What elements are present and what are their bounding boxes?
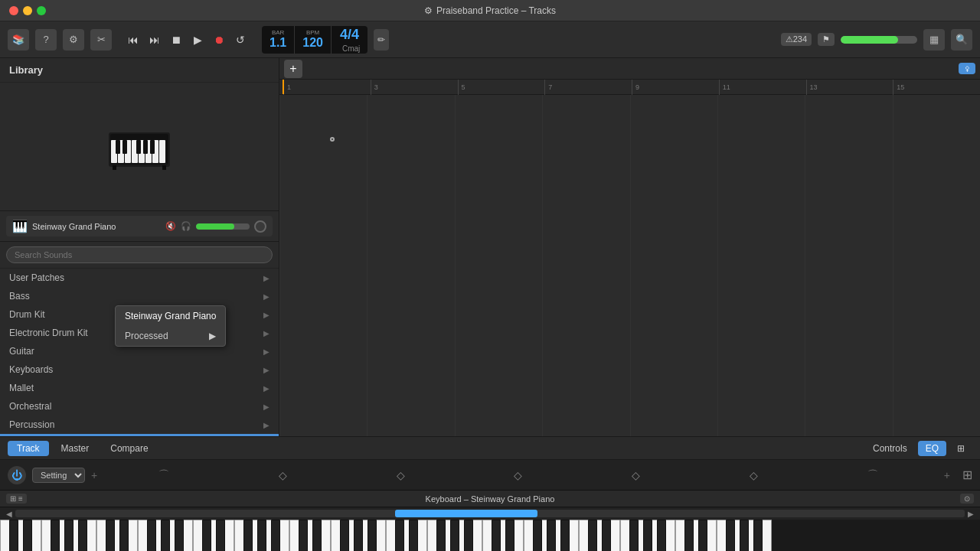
keyboard-nav-right[interactable]: ▶ <box>968 510 974 518</box>
black-key-D#5[interactable] <box>505 520 514 551</box>
library-item-bass[interactable]: Bass▶ <box>0 287 279 305</box>
black-key-F#5[interactable] <box>533 520 542 551</box>
black-key-G#3[interactable] <box>354 520 363 551</box>
black-key-D#4[interactable] <box>409 520 418 551</box>
black-key-D#6[interactable] <box>602 520 611 551</box>
help-icon[interactable]: ? <box>35 29 57 51</box>
black-key-A#7[interactable] <box>753 520 763 551</box>
keyboard-range-bar[interactable] <box>15 510 965 517</box>
search-icon[interactable]: 🔍 <box>951 29 972 51</box>
headphones-icon[interactable]: 🎧 <box>181 221 191 231</box>
search-input[interactable] <box>6 246 273 263</box>
eq-add-icon-left[interactable]: + <box>91 469 97 481</box>
tab-master[interactable]: Master <box>52 441 99 456</box>
eq-node-2[interactable]: ◇ <box>397 469 405 481</box>
library-item-percussion[interactable]: Percussion▶ <box>0 416 279 434</box>
black-key-D#3[interactable] <box>312 520 322 551</box>
keyboard-nav-left[interactable]: ◀ <box>6 510 12 518</box>
add-track-button[interactable]: + <box>284 60 302 78</box>
submenu-item-processed[interactable]: Processed ▶ <box>116 326 225 346</box>
library-item-orchestral[interactable]: Orchestral▶ <box>0 397 279 416</box>
eq-node-hc[interactable]: ⌒ <box>867 468 878 482</box>
pencil-icon[interactable]: ✏ <box>374 29 389 51</box>
play-button[interactable]: ▶ <box>188 31 207 49</box>
settings-icon[interactable]: ⚙ <box>63 29 84 51</box>
black-key-G#2[interactable] <box>257 520 266 551</box>
eq-node-4[interactable]: ◇ <box>632 469 640 481</box>
black-key-F#0[interactable] <box>51 520 60 551</box>
flag-badge[interactable]: ⚑ <box>818 33 835 46</box>
display-icon[interactable]: ▦ <box>923 29 945 51</box>
mute-icon[interactable]: 🔇 <box>165 221 176 231</box>
library-item-keyboards[interactable]: Keyboards▶ <box>0 360 279 379</box>
list-view-icon[interactable]: ≡ <box>18 494 23 503</box>
smart-controls-btn[interactable]: ⧬ <box>959 63 975 74</box>
black-key-G#5[interactable] <box>547 520 556 551</box>
eq-power-button[interactable]: ⏻ <box>8 466 26 484</box>
eq-node-3[interactable]: ◇ <box>514 469 522 481</box>
tab-expand-button[interactable]: ⊞ <box>949 441 972 456</box>
eq-expand-icon[interactable]: ⊞ <box>962 468 972 482</box>
library-item-piano[interactable]: Piano▶ <box>0 434 279 436</box>
black-key-C#0[interactable] <box>9 520 18 551</box>
black-key-D#1[interactable] <box>119 520 129 551</box>
track-pan-knob[interactable] <box>254 220 266 233</box>
black-key-C#1[interactable] <box>106 520 115 551</box>
minimize-button[interactable] <box>23 6 32 15</box>
black-key-F#2[interactable] <box>243 520 253 551</box>
eq-node-lc[interactable]: ⌒ <box>158 468 169 482</box>
track-volume-bar[interactable] <box>196 223 250 230</box>
keyboard-close[interactable]: ⊙ <box>960 494 974 504</box>
stop-button[interactable]: ⏹ <box>167 31 185 49</box>
black-key-A#2[interactable] <box>271 520 280 551</box>
black-key-F#7[interactable] <box>726 520 735 551</box>
black-key-F#4[interactable] <box>436 520 446 551</box>
close-button[interactable] <box>9 6 18 15</box>
black-key-D#7[interactable] <box>698 520 707 551</box>
cycle-button[interactable]: ↺ <box>231 31 250 49</box>
volume-slider[interactable] <box>841 36 917 44</box>
track-item[interactable]: 🎹 Steinway Grand Piano 🔇 🎧 <box>6 216 273 236</box>
eq-setting-select[interactable]: Setting <box>32 468 85 483</box>
black-key-C#6[interactable] <box>588 520 597 551</box>
forward-button[interactable]: ⏭ <box>145 31 164 49</box>
library-item-mallet[interactable]: Mallet▶ <box>0 379 279 397</box>
black-key-A#5[interactable] <box>560 520 570 551</box>
black-key-C#5[interactable] <box>492 520 501 551</box>
arrange-content[interactable] <box>279 95 980 436</box>
black-key-C#3[interactable] <box>299 520 308 551</box>
black-key-A#3[interactable] <box>368 520 377 551</box>
black-key-G#6[interactable] <box>643 520 652 551</box>
black-key-G#1[interactable] <box>161 520 170 551</box>
black-key-A#1[interactable] <box>175 520 184 551</box>
warning-badge[interactable]: ⚠234 <box>781 33 812 46</box>
library-icon[interactable]: 📚 <box>8 29 29 51</box>
black-key-A#0[interactable] <box>78 520 87 551</box>
black-key-F#3[interactable] <box>340 520 349 551</box>
black-key-G#4[interactable] <box>450 520 459 551</box>
tab-right-eq[interactable]: EQ <box>918 441 946 456</box>
black-key-C#7[interactable] <box>684 520 694 551</box>
black-key-D#0[interactable] <box>23 520 32 551</box>
black-key-F#6[interactable] <box>629 520 639 551</box>
rewind-button[interactable]: ⏮ <box>124 31 142 49</box>
submenu-item-steinway[interactable]: Steinway Grand Piano <box>116 306 225 326</box>
keyboard-view-buttons[interactable]: ⊞ ≡ <box>6 494 27 504</box>
eq-add-icon-right[interactable]: + <box>944 469 950 481</box>
black-key-A#6[interactable] <box>657 520 666 551</box>
tab-right-controls[interactable]: Controls <box>865 441 915 456</box>
black-key-C#4[interactable] <box>395 520 404 551</box>
black-key-F#1[interactable] <box>147 520 156 551</box>
library-item-user-patches[interactable]: User Patches▶ <box>0 269 279 287</box>
black-key-A#4[interactable] <box>464 520 473 551</box>
tab-track[interactable]: Track <box>8 441 49 456</box>
piano-keys[interactable]: C0C1C2C3C4C5C6C7 <box>0 520 980 551</box>
tab-compare[interactable]: Compare <box>101 441 157 456</box>
maximize-button[interactable] <box>37 6 46 15</box>
black-key-C#2[interactable] <box>202 520 211 551</box>
scissors-icon[interactable]: ✂ <box>90 29 112 51</box>
black-key-D#2[interactable] <box>216 520 225 551</box>
black-key-G#0[interactable] <box>64 520 74 551</box>
black-key-G#7[interactable] <box>740 520 749 551</box>
eq-node-1[interactable]: ◇ <box>279 469 287 481</box>
